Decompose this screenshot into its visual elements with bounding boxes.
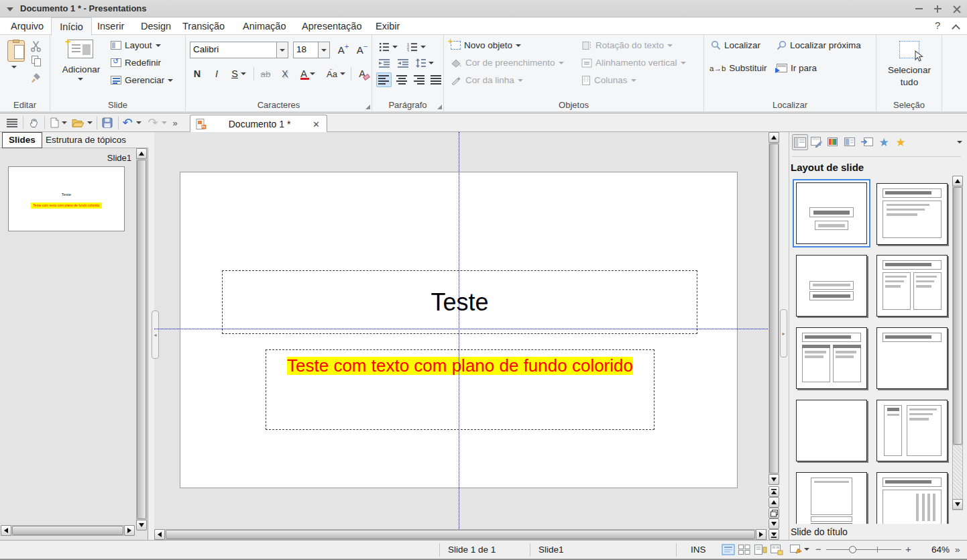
- view-sorter-icon[interactable]: [738, 544, 751, 555]
- layout-vertical-text[interactable]: [876, 472, 948, 524]
- bullet-list-button[interactable]: [378, 40, 399, 54]
- grow-font-icon[interactable]: A+: [335, 42, 351, 58]
- layout-two-content-header[interactable]: [796, 327, 867, 389]
- layout-title-slide[interactable]: [796, 182, 867, 244]
- numbered-list-button[interactable]: 123: [404, 40, 429, 54]
- minimize-button[interactable]: [912, 3, 925, 15]
- layout-title-two-content[interactable]: [876, 255, 948, 317]
- layout-vertical-title-content[interactable]: [876, 400, 948, 461]
- close-button[interactable]: [950, 3, 963, 15]
- panel-scroll-left-icon[interactable]: [1, 525, 11, 536]
- layout-centered-text[interactable]: [796, 255, 867, 317]
- paste-dropdown-icon[interactable]: [11, 66, 17, 68]
- menu-tab-arquivo[interactable]: Arquivo: [11, 17, 44, 35]
- panel-hscroll-thumb[interactable]: [12, 526, 123, 535]
- shrink-font-icon[interactable]: A−: [354, 42, 370, 58]
- shadow-button[interactable]: X: [278, 66, 292, 82]
- add-slide-button[interactable]: Adicionar: [58, 63, 104, 75]
- previous-slide-icon[interactable]: [769, 497, 779, 508]
- slide-page[interactable]: Teste Teste com texto com plano de fundo…: [180, 172, 738, 488]
- open-file-icon[interactable]: [70, 115, 86, 130]
- italic-button[interactable]: I: [210, 66, 223, 82]
- sidebar-splitter-handle[interactable]: ▸: [780, 309, 787, 357]
- add-slide-icon[interactable]: +: [67, 39, 94, 59]
- zoom-out-icon[interactable]: −: [815, 543, 821, 555]
- justify-button[interactable]: [429, 72, 444, 87]
- fill-color-button[interactable]: Cor de preenchimento: [451, 58, 564, 68]
- sidebar-animation-icon[interactable]: [842, 134, 858, 150]
- panel-vscroll-thumb[interactable]: [137, 160, 146, 519]
- first-slide-icon[interactable]: [769, 486, 779, 497]
- menu-tab-inserir[interactable]: Inserir: [97, 17, 124, 35]
- menu-tab-design[interactable]: Design: [141, 17, 171, 35]
- strikethrough-button[interactable]: ab: [257, 66, 274, 82]
- layout-text-centered[interactable]: [796, 472, 867, 524]
- statusbar-overflow-icon[interactable]: »: [955, 545, 960, 555]
- canvas-scroll-up-icon[interactable]: [769, 132, 779, 143]
- zoom-slider-handle[interactable]: [849, 546, 856, 553]
- goto-button[interactable]: Ir para: [777, 63, 817, 73]
- next-slide-icon[interactable]: [769, 518, 779, 529]
- font-name-combo[interactable]: Calibri: [190, 42, 288, 58]
- paste-icon[interactable]: [7, 40, 25, 62]
- document-tab-close-icon[interactable]: ✕: [312, 119, 320, 129]
- last-slide-icon[interactable]: [769, 529, 779, 540]
- presentation-mode-button[interactable]: [790, 545, 809, 554]
- vertical-align-button[interactable]: Alinhamento vertical: [581, 58, 686, 68]
- find-button[interactable]: Localizar: [711, 40, 760, 50]
- sidebar-master-slides-icon[interactable]: [826, 134, 842, 150]
- font-color-button[interactable]: A: [296, 66, 320, 82]
- window-menu-icon[interactable]: [7, 7, 13, 11]
- status-insert-mode[interactable]: INS: [691, 545, 706, 555]
- new-object-button[interactable]: + Novo objeto: [451, 40, 521, 50]
- sidebar-transition-icon[interactable]: [809, 134, 825, 150]
- canvas-scroll-down-icon[interactable]: [769, 474, 779, 485]
- document-tab[interactable]: Documento 1 * ✕: [190, 115, 327, 133]
- line-color-button[interactable]: Cor da linha: [451, 75, 523, 85]
- panel-scroll-up-icon[interactable]: [136, 148, 147, 159]
- font-size-combo[interactable]: 18: [293, 42, 330, 58]
- title-placeholder[interactable]: Teste: [222, 270, 697, 334]
- new-document-icon[interactable]: [48, 115, 61, 130]
- redo-icon[interactable]: ↷: [146, 115, 160, 130]
- sidebar-shapes-icon[interactable]: [859, 134, 875, 150]
- clear-formatting-icon[interactable]: A: [353, 66, 371, 82]
- change-case-button[interactable]: Aa ←: [323, 66, 349, 82]
- undo-dropdown-icon[interactable]: [135, 115, 143, 130]
- layout-scroll-up-icon[interactable]: [952, 176, 963, 186]
- layout-title-content[interactable]: [876, 183, 948, 245]
- find-next-button[interactable]: Localizar próxima: [777, 40, 861, 50]
- columns-button[interactable]: Colunas: [581, 75, 636, 85]
- sidebar-properties-icon[interactable]: [792, 134, 808, 150]
- maximize-button[interactable]: [931, 3, 944, 15]
- panel-tab-outline[interactable]: Estrutura de tópicos: [42, 132, 130, 148]
- text-rotation-button[interactable]: Rotação do texto: [581, 40, 673, 50]
- paragrafo-dialog-launcher-icon[interactable]: [437, 105, 442, 109]
- layout-scroll-track-lower[interactable]: [953, 445, 962, 499]
- zoom-level[interactable]: 64%: [925, 545, 950, 555]
- align-right-button[interactable]: [412, 72, 427, 87]
- cut-icon[interactable]: [30, 40, 42, 52]
- left-panel-splitter-handle[interactable]: ◂: [152, 311, 159, 359]
- view-normal-icon[interactable]: [722, 544, 735, 555]
- zoom-in-icon[interactable]: +: [905, 543, 911, 555]
- bold-button[interactable]: N: [190, 66, 205, 82]
- navigator-icon[interactable]: [769, 508, 779, 518]
- canvas-scroll-right-icon[interactable]: [756, 529, 766, 540]
- panel-scroll-down-icon[interactable]: [136, 520, 147, 530]
- panel-tab-slides[interactable]: Slides: [2, 132, 42, 148]
- redo-dropdown-icon[interactable]: [160, 115, 168, 130]
- canvas-vscroll-thumb[interactable]: [769, 144, 779, 473]
- panel-scroll-right-icon[interactable]: [124, 525, 135, 536]
- manage-slides-button[interactable]: Gerenciar: [111, 75, 173, 85]
- sidebar-menu-icon[interactable]: [954, 134, 965, 150]
- layout-button[interactable]: Layout: [111, 40, 161, 50]
- menu-tab-apresentacao[interactable]: Apresentação: [302, 17, 361, 35]
- sidebar-gallery-icon[interactable]: ★: [893, 134, 909, 150]
- line-spacing-button[interactable]: [414, 56, 435, 70]
- clone-formatting-icon[interactable]: [30, 72, 42, 82]
- decrease-indent-icon[interactable]: [396, 56, 410, 70]
- caracteres-dialog-launcher-icon[interactable]: [365, 105, 370, 109]
- menu-tab-animacao[interactable]: Animação: [243, 17, 286, 35]
- menu-icon[interactable]: [4, 115, 20, 130]
